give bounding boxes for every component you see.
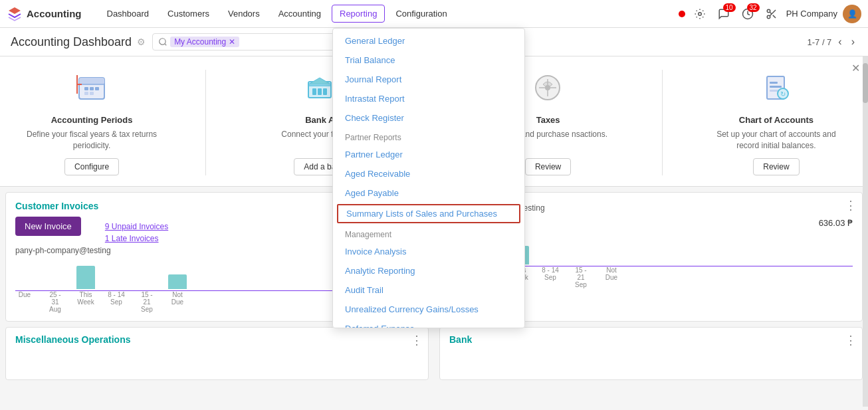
bank-menu[interactable]: ⋮	[845, 333, 857, 348]
bottom-cards: Miscellaneous Operations ⋮ Bank ⋮	[0, 327, 868, 385]
vlabel-sep2: 15 - 21 Sep	[572, 266, 590, 288]
nav-configuration[interactable]: Configuration	[387, 5, 455, 23]
menu-intrastat[interactable]: Intrastat Report	[333, 89, 524, 108]
settings-icon-btn[interactable]	[691, 5, 709, 23]
nav-dashboard[interactable]: Dashboard	[99, 5, 158, 23]
bank-title: Bank	[449, 334, 853, 345]
pagination-next[interactable]: ›	[849, 35, 857, 49]
menu-trial-balance[interactable]: Trial Balance	[333, 51, 524, 70]
svg-rect-28	[770, 82, 778, 84]
messages-icon-btn[interactable]: 10	[714, 5, 733, 23]
top-nav: Accounting Dashboard Customers Vendors A…	[0, 0, 868, 28]
nav-accounting[interactable]: Accounting	[271, 5, 329, 23]
menu-check-register[interactable]: Check Register	[333, 108, 524, 128]
svg-rect-22	[323, 88, 327, 95]
vendor-bills-menu[interactable]: ⋮	[845, 198, 857, 213]
menu-journal-report[interactable]: Journal Report	[333, 70, 524, 89]
pagination-range: 1-7 / 7	[807, 37, 831, 47]
svg-rect-21	[318, 88, 322, 95]
onboard-coa-title: Chart of Accounts	[739, 115, 814, 125]
svg-point-26	[545, 85, 550, 90]
label-sep2: 15 - 21 Sep	[138, 291, 156, 313]
section-management: Management	[333, 225, 524, 242]
search-bar[interactable]: My Accounting ✕	[152, 33, 360, 51]
new-invoice-btn[interactable]: New Invoice	[15, 217, 81, 236]
menu-invoice-analysis[interactable]: Invoice Analysis	[333, 242, 524, 261]
activity-badge: 32	[747, 3, 760, 12]
page-settings-icon[interactable]: ⚙	[137, 37, 146, 47]
svg-rect-12	[84, 87, 88, 90]
menu-audit-trail[interactable]: Audit Trail	[333, 280, 524, 300]
coa-icon: ↻	[758, 70, 794, 110]
section-partner-reports: Partner Reports	[333, 128, 524, 145]
misc-menu[interactable]: ⋮	[411, 333, 423, 348]
menu-aged-receivable[interactable]: Aged Receivable	[333, 164, 524, 183]
menu-analytic-reporting[interactable]: Analytic Reporting	[333, 261, 524, 280]
nav-reporting[interactable]: Reporting	[332, 5, 385, 23]
misc-title: Miscellaneous Operations	[15, 334, 419, 345]
menu-partner-ledger[interactable]: Partner Ledger	[333, 145, 524, 164]
onboard-configure-btn[interactable]: Configure	[64, 158, 119, 175]
svg-line-5	[773, 15, 776, 17]
messages-badge: 10	[723, 3, 736, 12]
nav-customers[interactable]: Customers	[160, 5, 217, 23]
label-aug: 25 - 31 Aug	[46, 291, 64, 313]
app-brand: Accounting	[27, 8, 82, 19]
onboard-bank-title: Bank A	[305, 115, 334, 125]
menu-aged-payable[interactable]: Aged Payable	[333, 183, 524, 203]
dropdown-scroll[interactable]: General Ledger Trial Balance Journal Rep…	[333, 29, 524, 328]
onboard-taxes-title: Taxes	[536, 115, 560, 125]
invoice-links: 9 Unpaid Invoices 1 Late Invoices	[105, 222, 168, 243]
onboard-periods-title: Accounting Periods	[51, 115, 133, 125]
svg-text:↻: ↻	[780, 90, 786, 98]
status-dot-btn[interactable]	[679, 11, 685, 17]
search-icon	[158, 37, 167, 47]
nav-vendors[interactable]: Vendors	[220, 5, 268, 23]
divider-1	[205, 70, 206, 175]
onboard-step-periods: Accounting Periods Define your fiscal ye…	[19, 70, 165, 175]
menu-deferred-expense[interactable]: Deferred Expense	[333, 319, 524, 328]
svg-point-0	[698, 12, 701, 15]
svg-rect-15	[84, 92, 88, 95]
activity-icon-btn[interactable]: 32	[738, 5, 757, 23]
taxes-icon	[530, 70, 566, 110]
bar-this-week	[76, 266, 95, 289]
pagination-prev[interactable]: ‹	[835, 35, 844, 49]
svg-rect-20	[312, 88, 316, 95]
label-due: Due	[15, 291, 34, 313]
svg-point-3	[767, 15, 770, 19]
bar-not-due	[168, 274, 187, 289]
right-scrollbar[interactable]	[863, 56, 868, 407]
menu-general-ledger[interactable]: General Ledger	[333, 31, 524, 51]
svg-rect-13	[90, 87, 94, 90]
page-title-area: Accounting Dashboard ⚙	[11, 35, 146, 49]
unpaid-invoices-link[interactable]: 9 Unpaid Invoices	[105, 222, 168, 231]
bank-card: Bank ⋮	[439, 327, 863, 380]
onboard-coa-btn[interactable]: Review	[753, 158, 799, 175]
scissors-icon[interactable]	[762, 5, 781, 23]
user-avatar[interactable]: 👤	[843, 5, 861, 23]
menu-unrealized-currency[interactable]: Unrealized Currency Gains/Losses	[333, 300, 524, 319]
svg-rect-29	[770, 86, 782, 88]
svg-rect-10	[79, 78, 104, 84]
svg-point-7	[160, 39, 165, 45]
misc-operations-card: Miscellaneous Operations ⋮	[5, 327, 429, 380]
onboard-step-coa: ↻ Chart of Accounts Set up your chart of…	[703, 70, 849, 175]
svg-point-2	[767, 9, 770, 13]
label-notdue: Not Due	[168, 291, 187, 313]
pagination: 1-7 / 7 ‹ ›	[807, 35, 857, 49]
app-logo[interactable]: Accounting	[7, 6, 95, 22]
menu-summary-lists[interactable]: Summary Lists of Sales and Purchases	[337, 204, 520, 223]
search-tag-clear[interactable]: ✕	[229, 37, 235, 47]
svg-line-6	[770, 12, 772, 14]
svg-rect-16	[90, 92, 94, 95]
divider-3	[662, 70, 663, 175]
onboard-taxes-btn[interactable]: Review	[525, 158, 571, 175]
late-invoices-link[interactable]: 1 Late Invoices	[105, 234, 168, 243]
onboarding-close-btn[interactable]: ✕	[851, 62, 860, 74]
onboard-periods-desc: Define your fiscal years & tax returns p…	[25, 129, 158, 152]
reporting-dropdown-menu: General Ledger Trial Balance Journal Rep…	[332, 28, 525, 328]
company-name[interactable]: PH Company	[786, 9, 837, 19]
scrollbar-thumb[interactable]	[863, 63, 868, 103]
label-week: This Week	[76, 291, 95, 313]
